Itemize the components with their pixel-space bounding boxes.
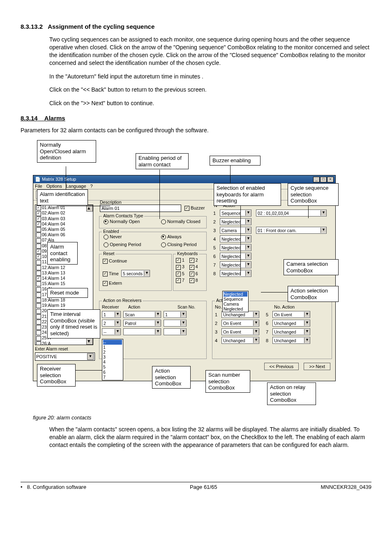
- scan-combo[interactable]: ▼: [164, 328, 187, 335]
- action-row: 4Neglected▼: [213, 235, 327, 242]
- page-footer: • 8. Configuration software Page 61/65 M…: [21, 482, 371, 490]
- relay-combo[interactable]: On Event▼: [272, 311, 310, 318]
- relay-combo[interactable]: Unchanged▼: [272, 328, 310, 335]
- scan-combo[interactable]: ▼: [164, 320, 187, 327]
- paragraph: Click on the ">> Next" button to continu…: [49, 99, 371, 107]
- list-item[interactable]: ✓04:Alarm 04: [35, 221, 93, 227]
- list-item[interactable]: 26:A: [35, 341, 93, 345]
- list-item[interactable]: 19:Alarm 19: [35, 303, 93, 308]
- callout-enable-period: Enabling period of alarm contact: [136, 153, 189, 169]
- callout-camera-sel: Camera selection ComboBox: [284, 259, 339, 275]
- action-combo[interactable]: Camera▼: [220, 227, 251, 234]
- keyboard-checkbox[interactable]: ✓ 3: [176, 264, 184, 269]
- relay-combo[interactable]: Unchanged▼: [272, 320, 310, 327]
- action-combo[interactable]: Neglected▼: [220, 270, 251, 277]
- action-combo[interactable]: Neglected▼: [220, 253, 251, 260]
- figure-20: Normally Open/Closed alarm definition En…: [33, 140, 335, 411]
- chk-extern[interactable]: ✓: [103, 281, 108, 286]
- callout-scan-combo: Scan number selection ComboBox: [205, 370, 250, 393]
- list-item[interactable]: ✓03:Alarm 03: [35, 216, 93, 221]
- paragraph: Two cycling sequences can be assigned to…: [49, 36, 371, 67]
- next-button[interactable]: >> Next: [304, 363, 330, 370]
- detail-combo[interactable]: 01 : Front door cam.▼: [256, 227, 327, 234]
- paragraph: Click on the "<< Back" button to return …: [49, 86, 371, 94]
- close-icon: ×: [327, 177, 334, 182]
- callout-kb-sel: Selection of enabled keyboards for alarm…: [214, 183, 281, 206]
- receiver-combo[interactable]: 1▼: [102, 311, 121, 318]
- action-combo[interactable]: Sequence▼: [220, 210, 251, 216]
- radio-normally-closed[interactable]: [161, 219, 166, 224]
- maximize-icon: □: [320, 177, 327, 182]
- keyboard-checkbox[interactable]: ✓ 4: [189, 264, 198, 269]
- previous-button[interactable]: << Previous: [264, 363, 299, 370]
- recv-action-combo[interactable]: ▼: [123, 328, 161, 335]
- window-controls[interactable]: _□×: [313, 176, 334, 182]
- keyboard-checkbox[interactable]: ✓ 8: [189, 278, 198, 283]
- action-row: 2Neglected▼: [213, 218, 327, 225]
- action-row: 3Camera▼ 01 : Front door cam.▼: [213, 227, 327, 234]
- receiver-combo[interactable]: 2▼: [102, 320, 121, 327]
- time-combo[interactable]: 5 seconds▼: [121, 270, 150, 277]
- description-input[interactable]: Alarm 01: [100, 205, 181, 212]
- relay-combo[interactable]: Unchanged▼: [272, 337, 310, 344]
- list-item[interactable]: 13:Alarm 13: [35, 270, 93, 276]
- section-heading-1: 8.3.13.2 Assignment of the cycling seque…: [21, 23, 371, 30]
- callout-buzzer: Buzzer enabling: [210, 156, 261, 166]
- list-item[interactable]: 06:Alarm 06: [35, 232, 93, 237]
- receiver-list-open[interactable]: --1234567: [102, 339, 123, 380]
- receiver-combo[interactable]: --▼: [102, 328, 121, 335]
- group-legend: Action on Receivers: [102, 298, 143, 303]
- callout-ident: Alarm identification text: [37, 189, 88, 205]
- group-legend: Reset: [102, 251, 115, 256]
- keyboard-checkbox[interactable]: ✓ 1: [176, 258, 184, 263]
- callout-time-interval: Time interval ComboBox (visible only if …: [47, 309, 100, 338]
- detail-combo[interactable]: 02 : 01,02,03,04▼: [256, 210, 327, 216]
- callout-reset-mode: Reset mode: [47, 288, 88, 298]
- section-heading-2: 8.3.14 Alarms: [21, 115, 371, 122]
- callout-cycle: Cycle sequence selection ComboBox: [288, 183, 339, 206]
- buzzer-checkbox[interactable]: ✓ Buzzer: [184, 205, 205, 211]
- group-legend: Enabled: [102, 229, 120, 234]
- action-combo[interactable]: Neglected▼: [220, 244, 251, 251]
- radio-closing[interactable]: [161, 242, 166, 247]
- ext-alarm-label: Exter Alarm reset: [35, 346, 68, 351]
- figure-caption: figure 20: alarm contacts: [33, 415, 371, 421]
- keyboard-checkbox[interactable]: ✓ 6: [189, 271, 198, 276]
- list-item[interactable]: ✓02:Alarm 02: [35, 210, 93, 216]
- action-combo[interactable]: Neglected▼: [220, 235, 251, 242]
- relay-combo[interactable]: Unchanged▼: [221, 337, 259, 344]
- radio-normally-open[interactable]: [104, 219, 108, 224]
- list-item[interactable]: 18:Alarm 18: [35, 297, 93, 303]
- minimize-icon: _: [313, 177, 320, 182]
- recv-action-combo[interactable]: Patrol▼: [123, 320, 161, 327]
- chk-time[interactable]: ✓: [103, 272, 108, 276]
- paragraph: Parameters for 32 alarm contacts can be …: [21, 127, 371, 134]
- paragraph: In the "Autoreturn" field input the auto…: [49, 73, 371, 81]
- keyboard-checkbox[interactable]: ✓ 2: [189, 258, 198, 263]
- radio-always[interactable]: [161, 235, 166, 240]
- action-combo[interactable]: Neglected▼: [220, 261, 251, 268]
- list-item[interactable]: 15:Alarm 15: [35, 281, 93, 286]
- callout-action-combo: Action selection ComboBox: [152, 366, 191, 389]
- keyboard-checkbox[interactable]: ✓ 5: [176, 271, 184, 276]
- list-item[interactable]: ✓14:Alarm 14: [35, 276, 93, 281]
- list-item[interactable]: 05:Alarm 05: [35, 227, 93, 232]
- action-row: 5Neglected▼: [213, 244, 327, 251]
- titlebar: 📄 Matrix 328 Setup _□×: [33, 175, 335, 183]
- keyboard-checkbox[interactable]: ✓ 7: [176, 278, 184, 283]
- action-dropdown-open[interactable]: NeglectedSequenceCameraNeglected: [222, 291, 249, 312]
- positive-combo[interactable]: POSITIVE▼: [35, 352, 95, 361]
- relay-combo[interactable]: On Event▼: [221, 328, 259, 335]
- group-legend: Keyboards: [176, 251, 199, 256]
- recv-action-combo[interactable]: Scan▼: [123, 311, 161, 318]
- scan-combo[interactable]: 1▼: [164, 311, 187, 318]
- scroll-down-icon[interactable]: ▼: [86, 338, 93, 345]
- callout-alarm-enable: Alarm contact enabling: [47, 242, 78, 265]
- radio-opening[interactable]: [104, 242, 108, 247]
- relay-combo[interactable]: On Event▼: [221, 320, 259, 327]
- radio-never[interactable]: [104, 235, 108, 240]
- list-item[interactable]: 12:Alarm 12: [35, 265, 93, 270]
- chk-continue[interactable]: ✓: [103, 259, 108, 264]
- action-combo[interactable]: Neglected▼: [220, 218, 251, 225]
- callout-recv-sel: Receiver selection ComboBox: [37, 364, 76, 387]
